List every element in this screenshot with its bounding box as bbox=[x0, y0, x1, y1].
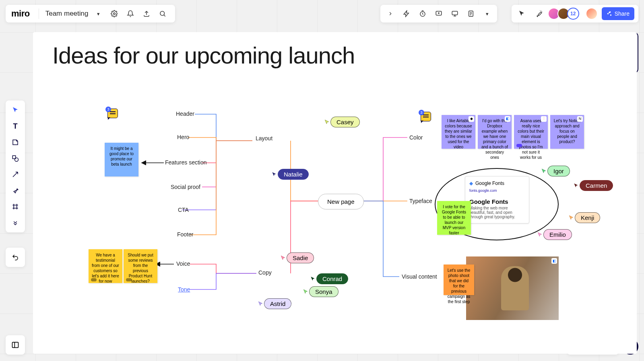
collab-cursor-emilio: Emilio bbox=[537, 229, 572, 240]
collab-cursor-natalie: Natalie bbox=[271, 169, 309, 180]
collab-cursor-carmen: Carmen bbox=[573, 180, 613, 191]
dropbox-icon: ◧ bbox=[551, 258, 557, 264]
sticky-note[interactable]: Should we put some reviews from the prev… bbox=[124, 249, 157, 283]
screenshare-icon[interactable] bbox=[448, 7, 462, 21]
mm-node-footer[interactable]: Footer bbox=[177, 231, 193, 238]
dropbox-icon: ◧ bbox=[505, 116, 510, 122]
timer-icon[interactable] bbox=[416, 7, 429, 21]
mm-node-hero[interactable]: Hero bbox=[177, 134, 189, 140]
airtable-icon: ◆ bbox=[469, 116, 474, 122]
comment-thread-icon[interactable]: 3 bbox=[421, 112, 431, 121]
bolt-icon[interactable] bbox=[400, 7, 413, 21]
share-label: Share bbox=[615, 10, 630, 17]
frame-tool[interactable] bbox=[8, 199, 23, 214]
svg-rect-12 bbox=[12, 342, 19, 347]
search-icon[interactable] bbox=[156, 7, 169, 21]
collab-cursor-astrid: Astrid bbox=[258, 298, 291, 309]
svg-point-4 bbox=[438, 12, 439, 13]
mm-node-social[interactable]: Social proof bbox=[171, 184, 200, 190]
topbar-apps: ▾ bbox=[380, 5, 497, 23]
frames-panel-toggle[interactable] bbox=[6, 335, 25, 355]
topbar-left: miro Team meeting ▾ bbox=[6, 5, 175, 23]
divider bbox=[39, 8, 39, 19]
asana-icon: ⋮ bbox=[541, 116, 547, 122]
panel-left-icon[interactable] bbox=[384, 7, 397, 21]
shape-tool[interactable] bbox=[8, 151, 23, 166]
mm-node-copy[interactable]: Copy bbox=[258, 269, 272, 276]
notifications-icon[interactable] bbox=[124, 7, 137, 21]
select-tool[interactable] bbox=[8, 103, 23, 117]
sticky-note[interactable]: I vote for the Google Fonts to be able t… bbox=[437, 201, 471, 235]
svg-rect-5 bbox=[452, 11, 458, 15]
collab-cursor-conrad: Conrad bbox=[310, 273, 348, 284]
sticky-note[interactable]: I like Airtable colors because they are … bbox=[442, 115, 475, 149]
collab-cursor-igor: Igor bbox=[541, 166, 570, 176]
sticky-note[interactable]: Let's use the photo shoot that we did fo… bbox=[444, 265, 474, 295]
mm-node-voice[interactable]: Voice bbox=[176, 260, 190, 267]
collab-cursor-kenji: Kenji bbox=[568, 212, 600, 223]
mm-node-header[interactable]: Header bbox=[176, 111, 194, 117]
apps-more-chevron-icon[interactable]: ▾ bbox=[480, 7, 494, 21]
collaborator-avatars[interactable]: 12 bbox=[550, 8, 579, 20]
present-icon[interactable] bbox=[432, 7, 446, 21]
avatar-me[interactable] bbox=[586, 8, 598, 20]
mm-node-color[interactable]: Color bbox=[409, 134, 423, 141]
mindmap-center-node[interactable]: New page bbox=[318, 194, 364, 209]
board-menu-chevron-icon[interactable]: ▾ bbox=[91, 7, 105, 21]
mm-node-typeface[interactable]: Typeface bbox=[409, 198, 432, 204]
sticky-note[interactable]: Let's try Notion approach and focus on p… bbox=[550, 115, 584, 149]
sticky-note[interactable]: It might be a good place to promote our … bbox=[105, 143, 138, 176]
reactions-icon[interactable] bbox=[533, 7, 546, 21]
comment-thread-icon[interactable]: 3 bbox=[107, 109, 118, 118]
collab-cursor-sadie: Sadie bbox=[280, 252, 314, 263]
image-content[interactable]: ◧ bbox=[466, 256, 559, 320]
board-name[interactable]: Team meeting bbox=[45, 8, 89, 19]
svg-point-11 bbox=[15, 158, 19, 162]
svg-point-0 bbox=[114, 13, 116, 15]
text-tool[interactable]: T bbox=[8, 119, 23, 133]
sticky-note[interactable]: We have a testimonial from one of our cu… bbox=[89, 249, 122, 283]
board-frame[interactable]: Ideas for our upcoming launch New page L… bbox=[33, 32, 637, 354]
cursor-mode-icon[interactable] bbox=[515, 7, 528, 21]
sticky-note[interactable]: Asana uses really nice colors but their … bbox=[514, 115, 548, 149]
collab-cursor-casey: Casey bbox=[324, 117, 360, 127]
undo-button[interactable] bbox=[6, 248, 25, 267]
mm-node-cta[interactable]: CTA bbox=[178, 207, 189, 213]
mm-node-tone[interactable]: Tone bbox=[178, 286, 190, 293]
share-button[interactable]: Share bbox=[602, 7, 634, 20]
notion-icon: N bbox=[577, 116, 583, 122]
arrow-tool[interactable] bbox=[8, 167, 23, 182]
settings-icon[interactable] bbox=[107, 7, 121, 21]
sticky-tool[interactable] bbox=[8, 135, 23, 150]
miro-logo[interactable]: miro bbox=[11, 8, 30, 19]
mm-node-features[interactable]: Features section bbox=[165, 159, 207, 166]
export-icon[interactable] bbox=[140, 7, 153, 21]
mm-node-layout[interactable]: Layout bbox=[256, 135, 272, 142]
sticky-note[interactable]: I'd go with the Dropbox example when we … bbox=[478, 115, 512, 149]
mm-node-visual[interactable]: Visual content bbox=[402, 273, 437, 280]
more-tools[interactable] bbox=[8, 215, 23, 230]
notes-icon[interactable] bbox=[464, 7, 478, 21]
avatar-overflow-count[interactable]: 12 bbox=[567, 8, 579, 20]
side-toolbar: T bbox=[6, 101, 25, 232]
svg-point-1 bbox=[160, 11, 165, 16]
collab-cursor-sonya: Sonya bbox=[303, 286, 339, 297]
topbar-right: 12 Share bbox=[512, 5, 638, 23]
pen-tool[interactable] bbox=[8, 183, 23, 198]
